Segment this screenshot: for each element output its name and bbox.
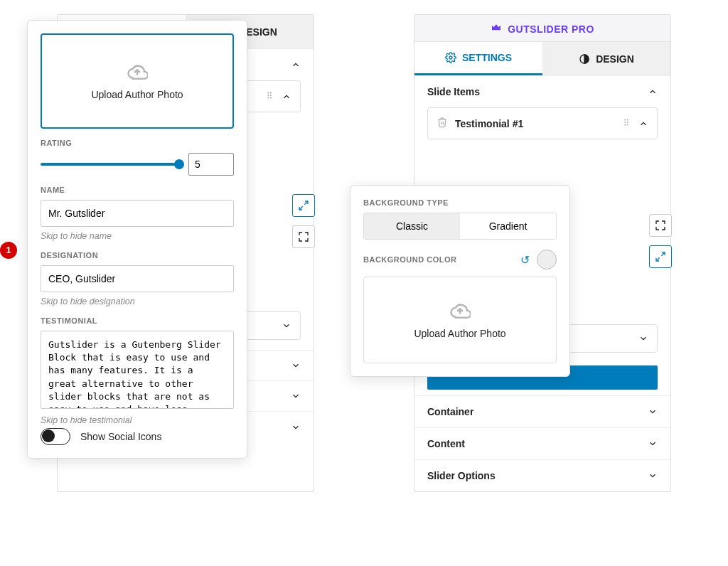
drag-handle-icon[interactable]	[621, 117, 631, 129]
svg-point-3	[270, 92, 272, 94]
section-label: Content	[427, 438, 465, 449]
svg-point-2	[267, 92, 269, 94]
reset-icon[interactable]: ↺	[520, 253, 530, 267]
background-editor-popup: BACKGROUND TYPE Classic Gradient BACKGRO…	[350, 185, 570, 377]
svg-point-5	[270, 95, 272, 96]
toggle-label: Show Social Icons	[80, 431, 161, 442]
tab-settings[interactable]: SETTINGS	[414, 42, 542, 75]
color-swatch[interactable]	[537, 250, 557, 269]
rating-label: RATING	[41, 139, 234, 147]
chevron-up-icon[interactable]	[638, 119, 648, 129]
svg-point-7	[270, 97, 272, 99]
bg-color-label: BACKGROUND COLOR	[363, 255, 456, 264]
left-column: 1 SETTINGS DESIGN Slide Items	[21, 14, 350, 492]
svg-point-17	[627, 124, 628, 126]
svg-point-13	[627, 119, 628, 121]
name-hint: Skip to hide name	[41, 231, 234, 241]
svg-point-4	[267, 95, 269, 96]
cloud-upload-icon	[449, 301, 471, 322]
chevron-down-icon	[291, 391, 301, 401]
fullscreen-button[interactable]	[292, 225, 315, 248]
tab-design[interactable]: DESIGN	[542, 42, 670, 75]
name-label: NAME	[41, 186, 234, 194]
section-label: Container	[427, 406, 473, 417]
svg-line-18	[661, 252, 665, 256]
name-input[interactable]	[41, 200, 234, 227]
upload-author-photo[interactable]: Upload Author Photo	[41, 33, 234, 129]
svg-point-15	[627, 122, 628, 123]
svg-point-16	[624, 124, 626, 126]
chevron-down-icon	[638, 333, 648, 343]
bg-type-segmented: Classic Gradient	[363, 213, 557, 240]
section-slide-items[interactable]: Slide Items	[414, 75, 670, 107]
right-column: 2 GUTSLIDER PRO SETTINGS	[378, 14, 707, 492]
rating-slider[interactable]	[41, 163, 180, 166]
chevron-down-icon	[648, 439, 658, 449]
chevron-up-icon[interactable]	[282, 92, 291, 102]
tab-settings-label: SETTINGS	[462, 52, 512, 63]
pro-banner[interactable]: GUTSLIDER PRO	[414, 15, 670, 42]
panel-tabs: SETTINGS DESIGN	[414, 42, 670, 75]
section-slider-options[interactable]: Slider Options	[414, 459, 670, 491]
chevron-down-icon	[648, 407, 658, 417]
fullscreen-button[interactable]	[649, 214, 672, 237]
expand-button[interactable]	[649, 245, 672, 268]
svg-point-12	[624, 119, 626, 121]
svg-line-8	[304, 201, 308, 205]
section-container[interactable]: Container	[414, 395, 670, 427]
tab-design-label: DESIGN	[596, 53, 634, 65]
chevron-down-icon	[291, 422, 301, 432]
drag-handle-icon[interactable]	[264, 90, 274, 102]
testimonial-input[interactable]	[41, 331, 234, 409]
svg-point-14	[624, 122, 626, 123]
designation-input[interactable]	[41, 265, 234, 292]
contrast-icon	[579, 53, 590, 65]
upload-label: Upload Author Photo	[91, 89, 183, 100]
cloud-upload-icon	[127, 62, 148, 83]
svg-line-9	[299, 206, 303, 210]
section-label: Slide Items	[427, 86, 480, 97]
trash-icon[interactable]	[437, 117, 448, 130]
designation-hint: Skip to hide designation	[41, 297, 234, 306]
slide-item-card[interactable]: Testimonial #1	[427, 107, 658, 139]
bg-type-gradient[interactable]: Gradient	[460, 213, 556, 239]
bg-type-label: BACKGROUND TYPE	[363, 198, 557, 207]
upload-author-photo[interactable]: Upload Author Photo	[363, 277, 557, 363]
upload-label: Upload Author Photo	[414, 328, 505, 339]
section-label: Slider Options	[427, 470, 496, 481]
designation-label: DESIGNATION	[41, 251, 234, 260]
testimonial-editor-popup: Upload Author Photo RATING NAME Skip to …	[27, 20, 247, 459]
pro-label: GUTSLIDER PRO	[508, 23, 594, 35]
chevron-down-icon	[648, 471, 658, 481]
chevron-down-icon	[282, 321, 291, 331]
slider-thumb[interactable]	[174, 159, 184, 169]
gear-icon	[445, 52, 456, 63]
rating-input[interactable]	[188, 153, 234, 176]
chevron-up-icon	[648, 87, 658, 97]
slide-item-title: Testimonial #1	[455, 118, 614, 129]
testimonial-hint: Skip to hide testimonial	[41, 415, 234, 425]
svg-point-6	[267, 97, 269, 99]
expand-button[interactable]	[292, 194, 315, 217]
testimonial-label: TESTIMONIAL	[41, 316, 234, 325]
bg-type-classic[interactable]: Classic	[364, 213, 460, 239]
svg-point-10	[449, 56, 452, 59]
crown-icon	[491, 22, 502, 36]
show-social-icons-toggle[interactable]	[41, 428, 70, 445]
section-content[interactable]: Content	[414, 427, 670, 459]
svg-line-19	[656, 257, 660, 261]
chevron-up-icon	[291, 60, 301, 70]
chevron-down-icon	[291, 361, 301, 370]
annotation-marker-1: 1	[0, 242, 17, 259]
